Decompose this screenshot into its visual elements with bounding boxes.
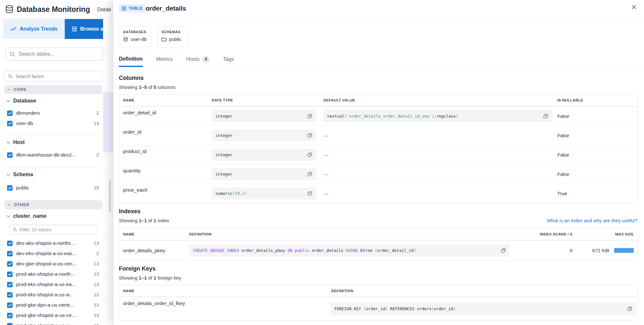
hosts-count-badge: 9 [202, 56, 209, 63]
search-tables-input[interactable]: Search tables... [5, 48, 103, 61]
facet-value-label: dev-gke-shopist-a-us-cen... [16, 261, 77, 267]
facet-group-database[interactable]: Database [7, 98, 36, 104]
checkbox-checked[interactable] [7, 185, 13, 191]
facet-item-host[interactable]: dbm-warehouse-db-dev2... 2 [7, 151, 99, 159]
core-section-header[interactable]: CORE [4, 85, 102, 94]
card-value: user-db [131, 37, 147, 42]
default-value-empty: — [323, 171, 557, 177]
foreign-keys-section-title: Foreign Keys [119, 265, 156, 272]
copy-icon[interactable] [307, 152, 312, 157]
tab-hosts[interactable]: Hosts 9 [186, 55, 209, 67]
foreign-keys-showing-text: Showing 1–1 of 1 foreign key [119, 275, 181, 281]
foreign-keys-table: NAME DEFINITION order_details_order_id_f… [119, 285, 638, 320]
panel-title: order_details [146, 5, 186, 12]
facet-item-user-db[interactable]: user-db 13 [7, 119, 99, 128]
page-title: Database Monitoring [17, 5, 90, 14]
copy-icon[interactable] [307, 191, 312, 196]
divider [4, 167, 102, 167]
code-text: integer [216, 114, 233, 119]
facet-value-label: prod-gke-shopist-a-us-w... [16, 323, 74, 325]
copy-icon[interactable] [501, 248, 506, 253]
checkbox-checked[interactable] [7, 323, 13, 325]
facet-item-cluster[interactable]: dev-aks-shopist-a-northc... 13 [7, 239, 99, 247]
code-text: FOREIGN KEY (order_id) REFERENCES orders… [334, 306, 456, 311]
checkbox-checked[interactable] [7, 272, 13, 277]
facet-count: 13 [94, 261, 99, 266]
tab-tags[interactable]: Tags [223, 55, 234, 67]
facet-group-host[interactable]: Host [7, 139, 25, 145]
facet-item-public[interactable]: public 15 [7, 184, 99, 192]
background-page-sliver [103, 19, 113, 325]
checkbox-checked[interactable] [7, 121, 13, 126]
search-tables-placeholder: Search tables... [19, 51, 54, 57]
copy-icon[interactable] [307, 133, 312, 138]
checkbox-checked[interactable] [7, 282, 13, 287]
checkbox-checked[interactable] [7, 251, 13, 256]
search-icon [8, 74, 13, 79]
sidebar-scrollbar-thumb[interactable] [109, 179, 111, 213]
facet-item-cluster[interactable]: prod-gke-shopist-a-us-ce... 13 [7, 311, 99, 320]
checkbox-checked[interactable] [7, 152, 13, 158]
facet-item-cluster[interactable]: dev-eks-shopist-a-us-eas... 2 [7, 249, 99, 258]
is-nullable-value: True [557, 191, 638, 196]
default-value-empty: — [323, 133, 557, 138]
facet-group-label: cluster_name [13, 213, 46, 219]
copy-icon[interactable] [307, 172, 312, 177]
facet-value-label: dbmorders [16, 110, 40, 116]
close-icon[interactable]: ✕ [631, 4, 637, 11]
folder-icon [161, 37, 167, 42]
cluster-filter-input[interactable]: Filter 10 values [9, 225, 97, 234]
facet-item-cluster[interactable]: prod-gke-shopist-a-us-w... 13 [7, 321, 99, 325]
facet-item-dbmorders[interactable]: dbmorders 2 [7, 109, 99, 117]
facet-count: 13 [94, 272, 99, 277]
copy-icon[interactable] [307, 114, 312, 119]
foreign-key-definition-cell: FOREIGN KEY (order_id) REFERENCES orders… [331, 302, 636, 315]
is-nullable-value: False [557, 152, 638, 158]
tab-analyze-trends[interactable]: Analyze Trends [3, 19, 65, 39]
max-size-bar [614, 248, 634, 253]
other-section-header[interactable]: OTHER [4, 200, 102, 209]
table-icon [72, 26, 77, 32]
facet-item-cluster[interactable]: prod-eks-shopist-a-us-ea... 13 [7, 280, 99, 289]
column-name: price_each [119, 184, 212, 193]
search-facets-input[interactable]: Search facets [4, 71, 102, 81]
tab-metrics[interactable]: Metrics [156, 55, 173, 67]
column-name: order_id [119, 126, 212, 135]
facet-count: 15 [94, 185, 99, 190]
indexes-showing-text: Showing 1–1 of 1 index [119, 218, 169, 223]
column-header: NAME [119, 289, 331, 293]
foreign-keys-table-header: NAME DEFINITION [119, 285, 638, 297]
checkbox-checked[interactable] [7, 241, 13, 246]
chevron-down-icon [8, 88, 10, 90]
facet-value-label: public [16, 185, 29, 191]
databases-card[interactable]: DATABASES user-db [119, 26, 151, 48]
copy-icon[interactable] [627, 306, 632, 311]
copy-icon[interactable] [543, 114, 548, 119]
facet-item-cluster[interactable]: prod-gke-dpn-a-us-centr... 13 [7, 301, 99, 309]
facet-group-cluster-name[interactable]: cluster_name [7, 213, 46, 219]
schemas-card[interactable]: SCHEMAS public [157, 26, 188, 48]
is-nullable-value: False [557, 171, 638, 177]
index-help-link[interactable]: What is an index and why are they useful… [547, 218, 638, 223]
tab-definition[interactable]: Definition [119, 55, 143, 67]
facet-item-cluster[interactable]: dev-gke-shopist-a-us-cen... 13 [7, 260, 99, 268]
checkbox-checked[interactable] [7, 110, 13, 116]
card-label: DATABASES [123, 30, 147, 34]
line-chart-icon [10, 26, 16, 32]
facet-group-schema[interactable]: Schema [7, 172, 33, 177]
code-text: nextval('order_details_order_detail_id_s… [327, 114, 458, 119]
database-icon [123, 37, 128, 42]
checkbox-checked[interactable] [7, 313, 13, 318]
facet-count: 13 [94, 121, 99, 126]
checkbox-checked[interactable] [7, 302, 13, 308]
facet-item-cluster[interactable]: prod-aks-shopist-a-north... 13 [7, 270, 99, 278]
table-type-badge: TABLE [119, 4, 146, 13]
table-row: order_detail_id integer nextval('order_d… [119, 106, 638, 126]
facet-count: 13 [94, 323, 99, 325]
facet-item-cluster[interactable]: prod-eks-shopist-a-us-w... 13 [7, 291, 99, 299]
checkbox-checked[interactable] [7, 292, 13, 298]
checkbox-checked[interactable] [7, 261, 13, 267]
index-definition-cell: CREATE UNIQUE INDEX order_details_pkey O… [189, 244, 510, 256]
foreign-key-name: order_details_order_id_fkey [119, 297, 331, 306]
facet-count: 13 [94, 313, 99, 318]
